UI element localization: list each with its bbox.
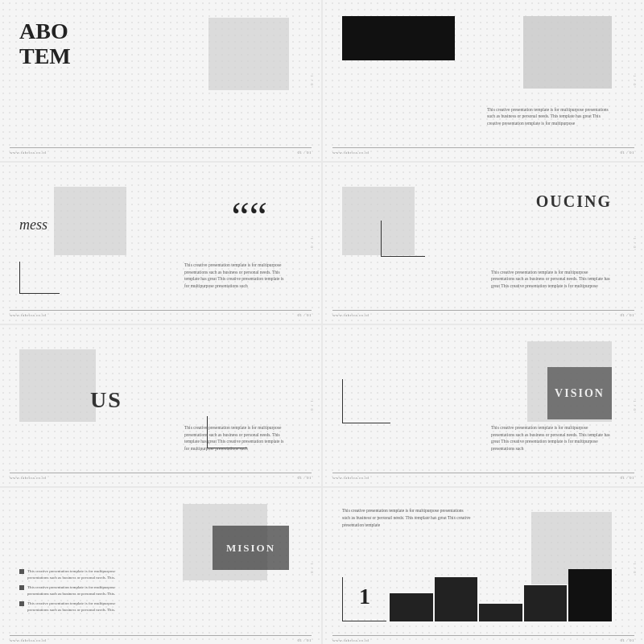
slide-3-footer-page: 01 / 01 [298, 313, 312, 317]
podium-block-3 [479, 604, 522, 621]
slide-6-footer-url: www.fabrica.co.id [332, 476, 369, 480]
bullet-dot-3 [19, 601, 24, 606]
slide-3-quote: ““ [232, 196, 267, 237]
slide-3-mess-label: mess [19, 217, 47, 233]
slide-2-footer: www.fabrica.co.id 01 / 01 [332, 147, 634, 155]
slide-5-footer: www.fabrica.co.id 01 / 01 [10, 473, 312, 480]
podium-block-2 [435, 577, 478, 621]
bullet-dot-1 [19, 569, 24, 574]
slide-4-bracket [381, 221, 425, 257]
bullet-text-3: This creative presentation template is f… [27, 601, 124, 613]
slide-4-footer: www.fabrica.co.id 01 / 01 [332, 310, 634, 317]
slide-8-footer: www.fabrica.co.id 01 / 01 [332, 635, 634, 642]
slide-grid: ABO TEM www.fabrica.co.id 01 / 01 1 / 0 … [0, 0, 644, 644]
slide-7-mision-label: MISION [226, 542, 275, 555]
bullet-text-2: This creative presentation template is f… [27, 584, 124, 597]
slide-2-black-rect [342, 16, 455, 60]
slide-4: OUCING This creative presentation templa… [323, 163, 644, 324]
slide-8-footer-page: 01 / 01 [621, 638, 634, 642]
slide-1-side-num: 1 / 0 [311, 75, 315, 86]
slide-4-side-num: 1 / 0 [634, 237, 638, 249]
slide-5-footer-url: www.fabrica.co.id [10, 476, 46, 480]
slide-8-podium: 1 [342, 561, 612, 621]
slide-3-bracket [19, 262, 60, 294]
slide-4-footer-url: www.fabrica.co.id [332, 313, 369, 317]
slide-4-intro-label: OUCING [536, 192, 612, 211]
slide-8-podium-num: 1 [359, 584, 370, 609]
slide-8-bracket: 1 [342, 577, 386, 621]
slide-2-side-num: 1 / 0 [634, 75, 638, 86]
slide-4-desc: This creative presentation template is f… [491, 269, 612, 290]
slide-6-bracket [342, 379, 390, 423]
bullet-item-1: This creative presentation template is f… [19, 568, 124, 580]
slide-6-footer-page: 01 / 01 [621, 476, 634, 480]
bullet-item-2: This creative presentation template is f… [19, 584, 124, 597]
slide-7-bullets: This creative presentation template is f… [19, 568, 124, 617]
slide-2: This creative presentation template is f… [323, 0, 644, 161]
slide-3-desc: This creative presentation template is f… [184, 262, 289, 290]
slide-5-gray-box [19, 349, 96, 422]
slide-6-desc: This creative presentation template is f… [491, 424, 612, 452]
slide-5-footer-page: 01 / 01 [298, 476, 312, 480]
slide-4-footer-page: 01 / 01 [621, 313, 634, 317]
slide-8-side-num: 1 / 0 [634, 563, 638, 574]
slide-8-desc: This creative presentation template is f… [342, 507, 471, 528]
slide-8-podium-blocks [390, 569, 612, 621]
slide-7-side-num: 1 / 0 [311, 563, 315, 574]
podium-block-4 [524, 585, 568, 621]
slide-8-footer-url: www.fabrica.co.id [332, 638, 369, 642]
slide-1-title-block: ABO TEM [19, 19, 71, 69]
slide-5-us-label: US [90, 387, 122, 413]
bullet-dot-2 [19, 585, 24, 590]
slide-1: ABO TEM www.fabrica.co.id 01 / 01 1 / 0 [0, 0, 321, 161]
slide-5-desc: This creative presentation template is f… [184, 424, 289, 452]
slide-3-footer: www.fabrica.co.id 01 / 01 [10, 310, 312, 317]
slide-1-title: ABO TEM [19, 19, 71, 69]
slide-6-footer: www.fabrica.co.id 01 / 01 [332, 473, 634, 480]
slide-7-footer: www.fabrica.co.id 01 / 01 [10, 635, 312, 642]
slide-5-side-num: 1 / 0 [311, 400, 315, 411]
slide-7: MISION This creative presentation templa… [0, 488, 321, 644]
slide-1-footer: www.fabrica.co.id 01 / 01 [10, 147, 312, 155]
slide-3-side-num: 1 / 0 [311, 237, 315, 249]
bullet-text-1: This creative presentation template is f… [27, 568, 124, 580]
slide-2-footer-url: www.fabrica.co.id [332, 151, 369, 155]
bullet-item-3: This creative presentation template is f… [19, 601, 124, 613]
slide-7-footer-url: www.fabrica.co.id [10, 638, 46, 642]
slide-2-gray-box [523, 16, 612, 89]
slide-6-side-num: 1 / 0 [634, 400, 638, 411]
slide-1-footer-page: 01 / 01 [298, 151, 312, 155]
podium-block-1 [390, 593, 433, 621]
slide-3-gray-box [54, 187, 126, 255]
slide-7-mision-overlay: MISION [213, 526, 289, 570]
slide-1-gray-box [208, 18, 289, 90]
slide-6: VISION This creative presentation templa… [323, 325, 644, 486]
slide-3-footer-url: www.fabrica.co.id [10, 313, 46, 317]
slide-3: mess ““ This creative presentation templ… [0, 163, 321, 324]
slide-7-footer-page: 01 / 01 [298, 638, 312, 642]
slide-2-footer-page: 01 / 01 [621, 151, 634, 155]
slide-1-footer-url: www.fabrica.co.id [10, 151, 46, 155]
slide-6-vision-label: VISION [555, 387, 605, 400]
slide-8: This creative presentation template is f… [323, 488, 644, 644]
slide-2-desc: This creative presentation template is f… [487, 106, 612, 127]
podium-block-5 [568, 569, 612, 621]
slide-6-vision-overlay: VISION [547, 367, 612, 419]
slide-5: US This creative presentation template i… [0, 325, 321, 486]
